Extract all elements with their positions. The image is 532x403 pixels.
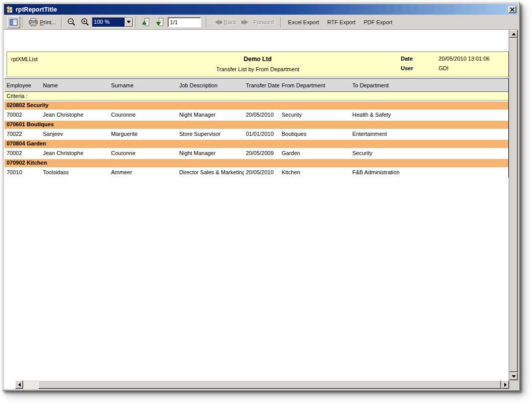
table-cell: Entertainment	[350, 131, 508, 137]
column-header: Job Description	[177, 82, 244, 88]
column-header: Surname	[109, 82, 177, 88]
report-table: Employee Name Surname Job Description Tr…	[5, 78, 509, 177]
next-page-icon	[156, 18, 165, 26]
table-cell: Director Sales & Marketing	[177, 169, 244, 175]
table-row: 70002Jean ChristopheCouronneNight Manage…	[5, 148, 508, 158]
zoom-level-combobox[interactable]: 100 %	[92, 17, 133, 27]
scroll-down-button[interactable]	[509, 372, 518, 380]
table-cell: Night Manager	[177, 150, 244, 156]
scrollbar-corner	[509, 380, 518, 389]
arrow-up-icon	[512, 33, 516, 35]
pdf-export-button[interactable]: PDF Export	[359, 16, 396, 28]
table-cell: Jean Christophe	[41, 112, 109, 118]
table-cell: Store Supervisor	[177, 131, 244, 137]
print-button[interactable]: Print...	[26, 16, 59, 28]
forward-label: Forward	[253, 19, 274, 25]
table-cell: F&B Administration	[350, 169, 508, 175]
toolbar: Print... 100 %	[4, 15, 518, 30]
table-cell: Sanjeev	[41, 131, 109, 137]
scroll-left-button[interactable]	[15, 380, 23, 389]
report-viewer-window: rptReportTitle	[2, 2, 520, 391]
previous-page-icon	[142, 18, 151, 26]
table-cell: Jean Christophe	[41, 150, 109, 156]
table-cell: Couronne	[109, 112, 177, 118]
report-viewport: rptXMLList Demo Ltd Transfer List by Fro…	[4, 30, 509, 380]
table-cell: Night Manager	[177, 112, 244, 118]
forward-arrow-icon	[244, 20, 248, 25]
toolbar-separator	[23, 17, 24, 28]
group-tree-icon	[10, 18, 18, 26]
horizontal-scrollbar-track[interactable]	[23, 380, 38, 389]
horizontal-scrollbar[interactable]	[15, 380, 509, 389]
table-cell: Toolsidass	[41, 169, 109, 175]
next-page-button[interactable]	[153, 16, 168, 28]
table-cell: Security	[350, 150, 508, 156]
zoom-level-value[interactable]: 100 %	[92, 18, 125, 27]
scroll-right-button[interactable]	[501, 380, 509, 389]
column-header: Transfer Date	[244, 82, 280, 88]
zoom-out-button[interactable]	[65, 16, 78, 28]
table-cell: Garden	[280, 150, 350, 156]
toolbar-separator	[136, 17, 137, 28]
table-row: 70010ToolsidassAmmeerDirector Sales & Ma…	[5, 167, 508, 177]
vertical-scrollbar-thumb[interactable]	[509, 38, 518, 372]
report-header-band: rptXMLList Demo Ltd Transfer List by Fro…	[7, 52, 509, 77]
zoom-out-icon	[67, 18, 76, 26]
window-title: rptReportTitle	[16, 6, 57, 13]
toolbar-separator	[206, 17, 207, 28]
back-button[interactable]: Back	[212, 16, 239, 28]
group-header-row: 070902 Kitchen	[5, 159, 508, 167]
table-header-row: Employee Name Surname Job Description Tr…	[5, 78, 508, 92]
column-header: To Department	[350, 82, 508, 88]
vertical-scrollbar[interactable]	[509, 30, 518, 380]
scroll-up-button[interactable]	[509, 30, 518, 38]
group-tree-toggle-button[interactable]	[7, 16, 20, 28]
date-value: 20/05/2010 13:01:06	[439, 56, 490, 62]
user-value: GDI	[439, 65, 449, 71]
table-row: 70002Jean ChristopheCouronneNight Manage…	[5, 110, 508, 120]
report-table-body: 020802 Security70002Jean ChristopheCouro…	[5, 102, 508, 177]
rtf-export-button[interactable]: RTF Export	[323, 16, 359, 28]
group-header-row: 020802 Security	[5, 102, 508, 110]
user-label: User	[401, 65, 439, 71]
page-number-field[interactable]: 1/1	[168, 17, 201, 27]
report-content-area: rptXMLList Demo Ltd Transfer List by Fro…	[4, 30, 518, 389]
table-cell: Marguerite	[109, 131, 177, 137]
arrow-down-icon	[512, 375, 516, 378]
print-label: Print...	[40, 19, 56, 25]
table-cell: 70002	[5, 150, 41, 156]
app-icon	[6, 6, 14, 14]
chevron-down-icon	[127, 21, 131, 23]
previous-page-button[interactable]	[139, 16, 153, 28]
table-cell: 20/05/2009	[244, 150, 280, 156]
column-header: Employee	[5, 82, 41, 88]
toolbar-separator	[61, 17, 62, 28]
title-bar: rptReportTitle	[4, 4, 518, 15]
column-header: Name	[41, 82, 109, 88]
table-cell: Security	[280, 112, 350, 118]
report-meta: Date 20/05/2010 13:01:06 User GDI	[401, 56, 504, 75]
table-cell: Couronne	[109, 150, 177, 156]
date-label: Date	[401, 56, 439, 62]
table-cell: Kitchen	[280, 169, 350, 175]
table-cell: 70010	[5, 169, 41, 175]
table-cell: Boutiques	[280, 131, 350, 137]
table-row: 70022SanjeevMargueriteStore Supervisor01…	[5, 129, 508, 139]
zoom-dropdown-button[interactable]	[125, 18, 133, 27]
zoom-in-button[interactable]	[78, 16, 92, 28]
arrow-right-icon	[504, 383, 507, 387]
zoom-in-icon	[81, 18, 89, 26]
close-icon	[510, 8, 514, 12]
back-arrow-icon	[215, 20, 219, 25]
group-header-row: 070601 Boutiques	[5, 121, 508, 129]
horizontal-scrollbar-thumb[interactable]	[38, 380, 501, 389]
table-cell: 70002	[5, 112, 41, 118]
table-cell: Health & Safety	[350, 112, 508, 118]
forward-button[interactable]: Forward	[242, 16, 276, 28]
table-cell: 20/05/2010	[244, 169, 280, 175]
close-button[interactable]	[508, 6, 516, 13]
column-header: From Department	[280, 82, 350, 88]
table-cell: Ammeer	[109, 169, 177, 175]
excel-export-button[interactable]: Excel Export	[284, 16, 324, 28]
back-label: Back	[224, 19, 236, 25]
